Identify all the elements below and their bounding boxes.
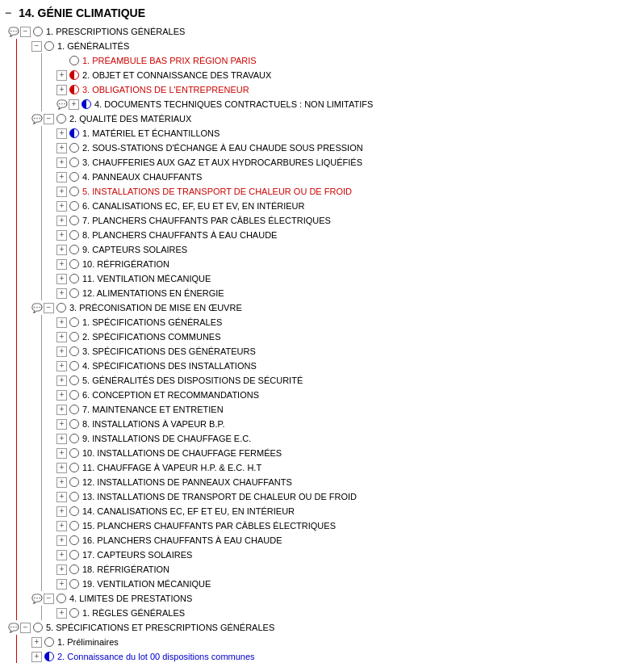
node-alimentations[interactable]: + 12. ALIMENTATIONS EN ÉNERGIE xyxy=(56,286,644,300)
node-spec-prescriptions[interactable]: 💬 − 5. SPÉCIFICATIONS ET PRESCRIPTIONS G… xyxy=(5,620,644,635)
expand-btn[interactable]: + xyxy=(56,157,67,168)
status-icon xyxy=(68,577,81,590)
expand-btn[interactable]: − xyxy=(20,27,31,37)
expand-btn[interactable]: + xyxy=(56,608,67,619)
status-icon xyxy=(55,112,68,125)
node-conception[interactable]: + 6. CONCEPTION ET RECOMMANDATIONS xyxy=(56,388,644,402)
expand-btn[interactable]: + xyxy=(31,637,42,648)
list-item: + 9. CAPTEURS SOLAIRES xyxy=(56,242,644,257)
expand-btn[interactable]: + xyxy=(56,245,67,255)
node-preambule[interactable]: 1. PRÉAMBULE BAS PRIX RÉGION PARIS xyxy=(56,53,644,68)
list-item: + 16. PLANCHERS CHAUFFANTS À EAU CHAUDE xyxy=(56,533,644,548)
expand-btn[interactable]: + xyxy=(56,70,67,81)
node-capteurs-2[interactable]: + 17. CAPTEURS SOLAIRES xyxy=(56,548,644,562)
node-connaissance-lot[interactable]: + 2. Connaissance du lot 00 dispositions… xyxy=(31,649,644,663)
node-chaufferies[interactable]: + 3. CHAUFFERIES AUX GAZ ET AUX HYDROCAR… xyxy=(56,155,644,170)
expand-btn[interactable]: + xyxy=(56,128,67,139)
node-spec-generales[interactable]: + 1. SPÉCIFICATIONS GÉNÉRALES xyxy=(56,315,644,329)
node-planchers-eau-2[interactable]: + 16. PLANCHERS CHAUFFANTS À EAU CHAUDE xyxy=(56,533,644,548)
expand-btn[interactable]: + xyxy=(56,346,67,357)
expand-btn[interactable]: + xyxy=(56,506,67,517)
expand-btn[interactable]: + xyxy=(56,550,67,560)
node-refrigeration[interactable]: + 10. RÉFRIGÉRATION xyxy=(56,257,644,271)
expand-btn[interactable]: + xyxy=(56,405,67,415)
list-item: + 8. INSTALLATIONS À VAPEUR B.P. xyxy=(56,417,644,431)
node-vapeur-hp[interactable]: + 11. CHAUFFAGE À VAPEUR H.P. & E.C. H.T xyxy=(56,460,644,475)
node-regles-generales[interactable]: + 1. RÈGLES GÉNÉRALES xyxy=(56,606,644,620)
expand-btn[interactable]: + xyxy=(31,652,42,662)
expand-btn[interactable]: + xyxy=(56,201,67,212)
list-item: 💬 − 2. QUALITÉ DES MATÉRIAUX + 1. MATÉRI… xyxy=(31,111,644,300)
node-preconisation[interactable]: 💬 − 3. PRÉCONISATION DE MISE EN ŒUVRE xyxy=(31,300,644,315)
expand-btn[interactable]: + xyxy=(56,521,67,531)
expand-btn[interactable]: + xyxy=(56,332,67,342)
node-preliminaires[interactable]: + 1. Préliminaires xyxy=(31,635,644,649)
node-ventilation-2[interactable]: + 19. VENTILATION MÉCANIQUE xyxy=(56,577,644,591)
expand-btn[interactable]: + xyxy=(56,288,67,299)
expand-btn[interactable]: + xyxy=(56,216,67,226)
node-capteurs[interactable]: + 9. CAPTEURS SOLAIRES xyxy=(56,242,644,257)
status-icon xyxy=(68,156,81,169)
expand-btn[interactable]: + xyxy=(56,579,67,590)
expand-btn[interactable]: + xyxy=(56,376,67,386)
expand-btn[interactable]: − xyxy=(20,623,31,633)
node-planchers-cables[interactable]: + 7. PLANCHERS CHAUFFANTS PAR CÂBLES ÉLE… xyxy=(56,213,644,228)
node-spec-generateurs[interactable]: + 3. SPÉCIFICATIONS DES GÉNÉRATEURS xyxy=(56,344,644,359)
expand-btn[interactable]: + xyxy=(56,274,67,284)
expand-btn[interactable]: + xyxy=(56,172,67,183)
node-objet[interactable]: + 2. OBJET ET CONNAISSANCE DES TRAVAUX xyxy=(56,68,644,82)
expand-btn[interactable]: + xyxy=(56,492,67,502)
node-spec-installations[interactable]: + 4. SPÉCIFICATIONS DES INSTALLATIONS xyxy=(56,359,644,373)
node-spec-communes[interactable]: + 2. SPÉCIFICATIONS COMMUNES xyxy=(56,329,644,344)
expand-btn[interactable]: + xyxy=(56,535,67,546)
node-canalisations[interactable]: + 6. CANALISATIONS EC, EF, EU ET EV, EN … xyxy=(56,199,644,213)
node-ventilation[interactable]: + 11. VENTILATION MÉCANIQUE xyxy=(56,271,644,286)
expand-btn[interactable]: + xyxy=(56,434,67,444)
expand-btn[interactable]: + xyxy=(56,143,67,153)
node-chauffage-fermees[interactable]: + 10. INSTALLATIONS DE CHAUFFAGE FERMÉES xyxy=(56,446,644,460)
node-generalites-securite[interactable]: + 5. GÉNÉRALITÉS DES DISPOSITIONS DE SÉC… xyxy=(56,373,644,388)
node-canalisations-ec-eu[interactable]: + 14. CANALISATIONS EC, EF ET EU, EN INT… xyxy=(56,504,644,518)
expand-btn[interactable]: + xyxy=(56,564,67,575)
expand-btn[interactable]: + xyxy=(56,477,67,488)
expand-btn[interactable]: + xyxy=(56,390,67,401)
node-materiel[interactable]: + 1. MATÉRIEL ET ÉCHANTILLONS xyxy=(56,126,644,141)
node-prescriptions-generales[interactable]: 💬 − 1. PRESCRIPTIONS GÉNÉRALES xyxy=(5,24,644,39)
node-transport-chaleur-froid[interactable]: + 13. INSTALLATIONS DE TRANSPORT DE CHAL… xyxy=(56,489,644,504)
node-limites[interactable]: 💬 − 4. LIMITES DE PRESTATIONS xyxy=(31,591,644,606)
expand-btn[interactable]: + xyxy=(56,463,67,473)
expand-btn[interactable]: − xyxy=(31,41,42,52)
node-vapeur-bp[interactable]: + 8. INSTALLATIONS À VAPEUR B.P. xyxy=(56,417,644,431)
node-label: 11. VENTILATION MÉCANIQUE xyxy=(82,274,211,283)
node-obligations[interactable]: + 3. OBLIGATIONS DE L'ENTREPRENEUR xyxy=(56,82,644,97)
expand-btn[interactable]: + xyxy=(56,317,67,328)
node-qualite[interactable]: 💬 − 2. QUALITÉ DES MATÉRIAUX xyxy=(31,111,644,126)
expand-btn[interactable]: − xyxy=(44,303,54,313)
node-installations-transport[interactable]: + 5. INSTALLATIONS DE TRANSPORT DE CHALE… xyxy=(56,184,644,199)
node-label: 1. PRÉAMBULE BAS PRIX RÉGION PARIS xyxy=(82,56,257,65)
node-planchers-eau[interactable]: + 8. PLANCHERS CHAUFFANTS À EAU CHAUDE xyxy=(56,228,644,242)
node-sous-stations[interactable]: + 2. SOUS-STATIONS D'ÉCHANGE À EAU CHAUD… xyxy=(56,141,644,155)
expand-btn[interactable]: + xyxy=(69,99,79,110)
expand-btn[interactable]: − xyxy=(44,594,54,604)
collapse-icon[interactable]: − xyxy=(5,6,11,19)
expand-btn[interactable]: + xyxy=(56,230,67,241)
node-chauffage-ec[interactable]: + 9. INSTALLATIONS DE CHAUFFAGE E.C. xyxy=(56,431,644,446)
node-maintenance[interactable]: + 7. MAINTENANCE ET ENTRETIEN xyxy=(56,402,644,417)
status-icon xyxy=(68,69,81,82)
node-refrigeration-2[interactable]: + 18. RÉFRIGÉRATION xyxy=(56,562,644,577)
expand-btn[interactable]: − xyxy=(44,114,54,124)
expand-btn[interactable]: + xyxy=(56,448,67,459)
node-documents[interactable]: 💬 + 4. DOCUMENTS TECHNIQUES CONTRACTUELS… xyxy=(56,97,644,111)
node-panneaux-chauffants[interactable]: + 12. INSTALLATIONS DE PANNEAUX CHAUFFAN… xyxy=(56,475,644,489)
node-panneaux[interactable]: + 4. PANNEAUX CHAUFFANTS xyxy=(56,170,644,184)
expand-btn[interactable]: + xyxy=(56,361,67,371)
status-icon xyxy=(68,272,81,285)
node-label: 1. GÉNÉRALITÉS xyxy=(57,41,129,51)
expand-btn[interactable]: + xyxy=(56,259,67,270)
node-planchers-cables-2[interactable]: + 15. PLANCHERS CHAUFFANTS PAR CÂBLES ÉL… xyxy=(56,518,644,533)
expand-btn[interactable]: + xyxy=(56,85,67,95)
expand-btn[interactable]: + xyxy=(56,187,67,197)
node-generalites[interactable]: − 1. GÉNÉRALITÉS xyxy=(31,39,644,53)
expand-btn[interactable]: + xyxy=(56,419,67,430)
